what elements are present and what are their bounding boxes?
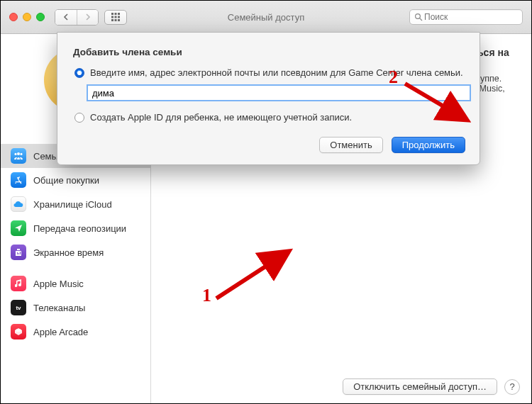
svg-rect-8 (118, 19, 120, 21)
sidebar-item-label: Хранилище iCloud (33, 199, 112, 210)
disable-family-sharing-button[interactable]: Отключить семейный доступ… (343, 378, 497, 395)
sidebar-item-tv[interactable]: tv Телеканалы (1, 296, 150, 320)
sidebar-item-location[interactable]: Передача геопозиции (1, 216, 150, 240)
traffic-lights (9, 13, 45, 21)
sidebar-list: Семья Общие покупки Хранилище iCloud Пер… (1, 144, 150, 403)
screentime-icon (11, 245, 26, 260)
svg-rect-4 (115, 16, 117, 18)
radio-enter-name[interactable] (74, 68, 84, 78)
search-icon (414, 13, 423, 21)
nav-segmented (55, 9, 99, 26)
svg-rect-2 (118, 13, 120, 15)
appstore-icon (11, 172, 26, 188)
icloud-icon (11, 196, 26, 212)
option-enter-name-label: Введите имя, адрес электронной почты или… (90, 67, 463, 78)
sidebar-item-purchases[interactable]: Общие покупки (1, 168, 150, 192)
radio-create-child[interactable] (74, 113, 84, 123)
svg-rect-1 (115, 13, 117, 15)
apple-music-icon (11, 276, 26, 291)
sheet-title: Добавить члена семьи (73, 47, 465, 57)
sidebar-item-apple-music[interactable]: Apple Music (1, 271, 150, 296)
sidebar-item-label: Телеканалы (33, 303, 85, 313)
svg-point-9 (416, 14, 421, 19)
footer-row: Отключить семейный доступ… ? (343, 378, 520, 395)
svg-line-10 (420, 18, 422, 21)
sidebar-item-arcade[interactable]: Apple Arcade (1, 320, 150, 344)
window-toolbar: Семейный доступ (1, 1, 531, 34)
svg-rect-7 (115, 19, 117, 21)
svg-point-11 (16, 329, 21, 332)
family-icon (11, 148, 26, 164)
sidebar-item-label: Apple Arcade (33, 327, 88, 337)
sidebar-item-icloud-storage[interactable]: Хранилище iCloud (1, 192, 150, 216)
member-name-input[interactable] (87, 85, 470, 101)
sidebar-item-label: Передача геопозиции (33, 223, 126, 234)
sidebar-item-label: Экранное время (33, 247, 104, 258)
search-field-wrap[interactable] (409, 9, 523, 25)
option-create-child-row[interactable]: Создать Apple ID для ребенка, не имеющег… (74, 112, 465, 123)
cancel-button[interactable]: Отменить (319, 137, 382, 153)
svg-rect-3 (111, 16, 113, 18)
sheet-actions: Отменить Продолжить (72, 137, 465, 153)
sidebar-item-label: Общие покупки (33, 175, 99, 186)
search-input[interactable] (423, 11, 518, 23)
help-button[interactable]: ? (504, 379, 520, 395)
forward-button[interactable] (77, 10, 98, 25)
continue-button[interactable]: Продолжить (392, 137, 465, 153)
location-icon (11, 220, 26, 236)
close-window-button[interactable] (9, 13, 18, 21)
show-all-prefs-button[interactable] (104, 10, 127, 25)
sidebar-item-label: Apple Music (33, 279, 84, 289)
add-member-sheet: Добавить члена семьи Введите имя, адрес … (57, 32, 480, 165)
option-enter-name-row[interactable]: Введите имя, адрес электронной почты или… (74, 67, 465, 78)
svg-rect-5 (118, 16, 120, 18)
minimize-window-button[interactable] (23, 13, 31, 21)
option-create-child-label: Создать Apple ID для ребенка, не имеющег… (90, 112, 352, 123)
sidebar-item-screentime[interactable]: Экранное время (1, 240, 150, 264)
zoom-window-button[interactable] (36, 13, 45, 21)
svg-rect-0 (111, 13, 113, 15)
back-button[interactable] (55, 10, 77, 25)
svg-rect-6 (111, 19, 113, 21)
tv-icon: tv (11, 300, 26, 315)
arcade-icon (11, 324, 26, 340)
